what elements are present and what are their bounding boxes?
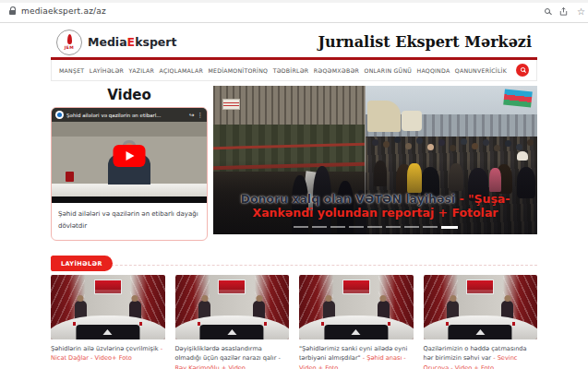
nav-item-manset[interactable]: MANŞET — [59, 67, 84, 74]
brand-suffix: kspert — [135, 35, 176, 49]
logo-monogram: JEM — [65, 45, 75, 50]
projects-cards: Şəhidlərin ailə üzvlərinə çevrilmişik - … — [51, 275, 537, 369]
project-thumbnail[interactable] — [175, 275, 290, 339]
bookmark-star-icon[interactable]: ☆ — [577, 6, 585, 17]
video-card[interactable]: Şəhid ailələri və qazilərin ən etibarl..… — [51, 107, 208, 241]
video-share-icon[interactable]: ↪ — [189, 112, 194, 119]
project-thumbnail[interactable] — [424, 275, 538, 339]
studio-screen — [94, 280, 122, 294]
brand-accent: E — [127, 35, 136, 49]
project-card[interactable]: Şəhidlərin ailə üzvlərinə çevrilmişik - … — [51, 275, 165, 369]
project-caption[interactable]: Dəyişikliklərdə əsaslandırma olmadığı üç… — [175, 344, 290, 369]
nav-item-haqqinda[interactable]: HAQQINDA — [417, 67, 450, 74]
featured-slider[interactable]: Donoru xalq olan VƏTƏN layihəsi - "Şuşa-… — [213, 86, 537, 234]
slider-dash[interactable] — [404, 226, 419, 228]
project-caption[interactable]: Şəhidlərin ailə üzvlərinə çevrilmişik - … — [51, 344, 165, 364]
project-thumbnail[interactable] — [299, 275, 414, 339]
project-card[interactable]: Qazilərimizin o həddə çatmasında hər bir… — [424, 275, 538, 369]
studio-logo-cube — [66, 172, 74, 182]
slider-indicators — [213, 226, 537, 229]
search-button[interactable] — [516, 64, 529, 77]
slider-dash[interactable] — [330, 226, 345, 228]
project-card[interactable]: Dəyişikliklərdə əsaslandırma olmadığı üç… — [175, 275, 290, 369]
project-caption[interactable]: Qazilərimizin o həddə çatmasında hər bir… — [424, 344, 538, 369]
slide-headline[interactable]: Donoru xalq olan VƏTƏN layihəsi - "Şuşa-… — [213, 192, 537, 220]
studio-screen — [466, 280, 494, 294]
slider-dash[interactable] — [386, 226, 401, 228]
search-icon — [521, 67, 525, 72]
studio-desk — [52, 184, 207, 196]
video-section-heading: Video — [51, 86, 208, 107]
site-header: JEM MediaEkspert Jurnalist Ekspert Mərkə… — [51, 27, 537, 57]
slider-dash[interactable] — [294, 226, 308, 228]
desk-mugs — [231, 322, 234, 326]
nav-items: MANŞET LAYİHƏLƏR YAZILAR AÇIQLAMALAR MED… — [59, 67, 516, 74]
page-container: JEM MediaEkspert Jurnalist Ekspert Mərkə… — [51, 23, 537, 369]
project-title: Şəhidlərin ailə üzvlərinə çevrilmişik — [51, 345, 159, 352]
play-button[interactable] — [114, 145, 146, 167]
slider-dash[interactable] — [312, 226, 327, 228]
brand-prefix: Media — [88, 35, 127, 49]
main-nav: MANŞET LAYİHƏLƏR YAZILAR AÇIQLAMALAR MED… — [51, 60, 537, 81]
nav-item-aciqlamalar[interactable]: AÇIQLAMALAR — [160, 67, 203, 74]
url-text[interactable]: mediaekspert.az/az — [21, 6, 106, 16]
slider-dash[interactable] — [367, 226, 382, 228]
desk-logo-panel — [449, 325, 512, 339]
desk-logo-panel — [200, 325, 264, 339]
desk-logo-panel — [76, 325, 139, 339]
desk-mugs — [106, 322, 109, 326]
studio-screen — [218, 280, 246, 294]
project-title: Dəyişikliklərdə əsaslandırma olmadığı üç… — [175, 345, 281, 363]
nav-item-tedbirler[interactable]: TƏDBİRLƏR — [273, 67, 309, 74]
video-player[interactable]: Şəhid ailələri və qazilərin ən etibarl..… — [52, 108, 207, 203]
project-byline: Rəy Kərimoğlu + Video — [175, 364, 246, 369]
browser-url-bar[interactable]: mediaekspert.az/az ☆ — [0, 0, 588, 23]
lock-icon — [9, 10, 16, 15]
site-title: Jurnalist Ekspert Mərkəzi — [318, 33, 532, 51]
video-column: Video Şəhid ailələri və qazilərin ə — [51, 86, 208, 241]
video-menu-icon[interactable]: ⋮ — [198, 112, 204, 119]
desk-mugs — [354, 322, 357, 326]
nav-item-yazilar[interactable]: YAZILAR — [129, 67, 154, 74]
nav-item-reqemxeber[interactable]: RƏQƏMXƏBƏR — [314, 67, 359, 74]
nav-item-mediamonitorinq[interactable]: MEDİAMONİTORİNQ — [208, 67, 268, 74]
headline-main: Donoru xalq olan VƏTƏN layihəsi — [241, 192, 456, 206]
nav-item-layiheler[interactable]: LAYİHƏLƏR — [90, 67, 124, 74]
zoom-icon[interactable] — [545, 8, 550, 14]
site-logo[interactable]: JEM MediaEkspert — [56, 30, 176, 55]
projects-badge[interactable]: LAYİHƏLƏR — [51, 256, 113, 271]
studio-screen — [342, 280, 370, 294]
desk-logo-panel — [324, 325, 388, 339]
nav-item-qanunvericilik[interactable]: QANUNVERİCİLİK — [455, 67, 507, 74]
player-control-strip — [52, 196, 207, 203]
youtube-video-title[interactable]: Şəhid ailələri və qazilərin ən etibarl..… — [66, 113, 186, 118]
share-icon[interactable] — [558, 6, 569, 17]
slider-dash-active[interactable] — [441, 226, 458, 229]
slider-dash[interactable] — [349, 226, 364, 228]
nav-item-onlarin-gunu[interactable]: ONLARIN GÜNÜ — [365, 67, 413, 74]
desk-mugs — [479, 322, 482, 326]
project-caption[interactable]: "Şəhidlərimiz sanki eyni ailədə eyni tər… — [299, 344, 414, 369]
brand-name: MediaEkspert — [88, 35, 176, 49]
project-thumbnail[interactable] — [51, 275, 165, 339]
channel-avatar[interactable] — [55, 111, 64, 119]
project-card[interactable]: "Şəhidlərimiz sanki eyni ailədə eyni tər… — [299, 275, 414, 369]
video-caption[interactable]: Şəhid ailələri və qazilərin ən etibarlı … — [52, 203, 207, 240]
browser-toolbar-icons: ☆ — [545, 6, 579, 17]
youtube-title-bar: Şəhid ailələri və qazilərin ən etibarl..… — [52, 108, 207, 122]
play-triangle-icon — [126, 151, 135, 161]
slider-dash[interactable] — [423, 226, 438, 228]
main-content: Video Şəhid ailələri və qazilərin ə — [51, 86, 537, 241]
projects-section-header: LAYİHƏLƏR — [51, 252, 537, 267]
jem-logo-icon: JEM — [56, 30, 82, 55]
browser-window: mediaekspert.az/az ☆ JEM MediaEkspert Ju… — [0, 0, 588, 369]
flame-icon — [67, 34, 72, 44]
